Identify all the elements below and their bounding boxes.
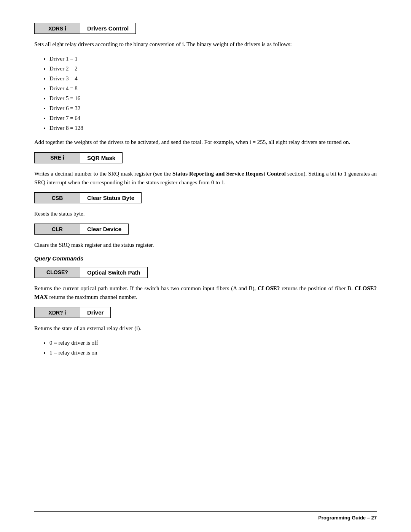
xdrs-bullet-list: Driver 1 = 1 Driver 2 = 2 Driver 3 = 4 D… <box>49 54 377 133</box>
xdr-paragraph: Returns the state of an external relay d… <box>34 324 377 333</box>
close-command-description: Optical Switch Path <box>80 267 147 278</box>
xdr-bullet-list: 0 = relay driver is off 1 = relay driver… <box>49 338 377 357</box>
xdrs-paragraph2: Add together the weights of the drivers … <box>34 138 377 147</box>
xdrs-command-description: Drivers Control <box>80 23 135 34</box>
clr-command-description: Clear Device <box>80 224 128 234</box>
list-item: Driver 7 = 64 <box>49 113 377 123</box>
close-bold1: CLOSE? <box>258 285 280 291</box>
page: XDRS i Drivers Control Sets all eight re… <box>0 0 411 532</box>
close-bold2: CLOSE? MAX <box>34 285 377 300</box>
sre-command-row: SRE i SQR Mask <box>34 152 123 163</box>
list-item: Driver 8 = 128 <box>49 123 377 133</box>
close-command-row: CLOSE? Optical Switch Path <box>34 267 148 278</box>
list-item: Driver 2 = 2 <box>49 64 377 73</box>
list-item: 1 = relay driver is on <box>49 348 377 357</box>
list-item: Driver 3 = 4 <box>49 74 377 83</box>
close-paragraph: Returns the current optical path number.… <box>34 284 377 302</box>
xdr-command-code: XDR? i <box>35 307 80 318</box>
sre-command-code: SRE i <box>35 153 80 163</box>
query-commands-header: Query Commands <box>34 255 377 262</box>
sre-command-description: SQR Mask <box>80 153 122 163</box>
csb-command-row: CSB Clear Status Byte <box>34 192 142 203</box>
xdrs-command-row: XDRS i Drivers Control <box>34 23 136 34</box>
list-item: 0 = relay driver is off <box>49 338 377 347</box>
close-command-code: CLOSE? <box>35 267 80 278</box>
xdr-command-row: XDR? i Driver <box>34 307 111 318</box>
xdrs-paragraph1: Sets all eight relay drivers according t… <box>34 40 377 49</box>
csb-command-code: CSB <box>35 193 80 203</box>
page-footer: Programming Guide – 27 <box>34 511 377 521</box>
footer-text: Programming Guide – 27 <box>318 515 377 521</box>
xdrs-command-code: XDRS i <box>35 23 80 34</box>
list-item: Driver 5 = 16 <box>49 94 377 103</box>
csb-paragraph: Resets the status byte. <box>34 209 377 218</box>
sre-bold1: Status Reporting and Service Request Con… <box>172 171 286 177</box>
list-item: Driver 6 = 32 <box>49 104 377 113</box>
clr-command-row: CLR Clear Device <box>34 224 129 235</box>
clr-paragraph: Clears the SRQ mask register and the sta… <box>34 241 377 249</box>
sre-paragraph: Writes a decimal number to the SRQ mask … <box>34 169 377 187</box>
list-item: Driver 1 = 1 <box>49 54 377 63</box>
xdr-command-description: Driver <box>80 307 110 318</box>
clr-command-code: CLR <box>35 224 80 234</box>
csb-command-description: Clear Status Byte <box>80 193 141 203</box>
list-item: Driver 4 = 8 <box>49 84 377 93</box>
